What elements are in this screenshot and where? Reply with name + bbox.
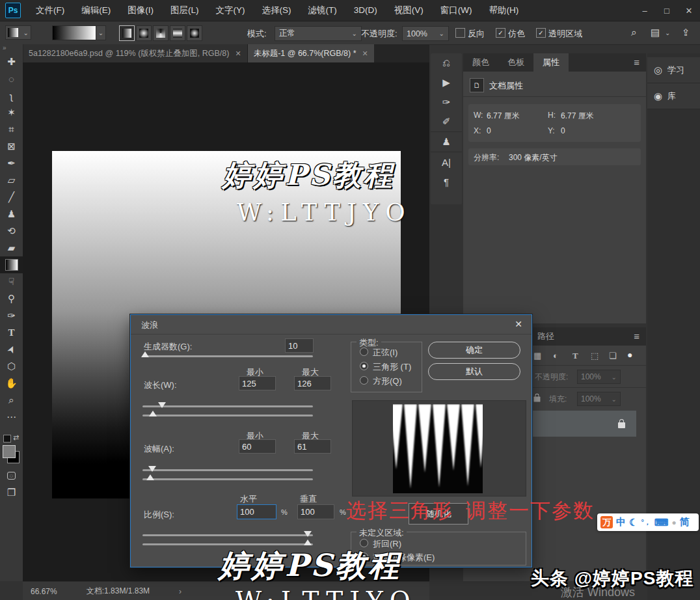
y-value[interactable]: 0: [561, 126, 565, 135]
tab-color[interactable]: 颜色: [463, 53, 498, 72]
dodge-tool[interactable]: ⚲: [0, 290, 23, 307]
opacity-select[interactable]: 100% ⌄: [402, 26, 449, 41]
hand-tool[interactable]: ✋: [0, 375, 23, 392]
amplitude-min-thumb[interactable]: [148, 466, 156, 472]
menu-select[interactable]: 选择(S): [254, 0, 300, 21]
smudge-tool[interactable]: ☟: [0, 273, 23, 290]
filter-pin-icon[interactable]: ●: [627, 349, 632, 360]
repeat-edge-radio[interactable]: [360, 552, 368, 561]
wavelength-max-input[interactable]: [294, 376, 331, 390]
clone-stamp-tool[interactable]: ♟: [0, 206, 23, 223]
radial-gradient-button[interactable]: [136, 25, 152, 41]
filter-adjustment-icon[interactable]: ◐: [553, 351, 558, 361]
brush-settings-panel-icon[interactable]: ✑: [431, 92, 462, 112]
tab-close-icon[interactable]: ✕: [362, 49, 368, 58]
path-select-tool[interactable]: ➤: [0, 341, 23, 358]
lock-icon[interactable]: [533, 393, 541, 405]
healing-brush-tool[interactable]: ▱: [0, 172, 23, 189]
paragraph-panel-icon[interactable]: ¶: [431, 172, 462, 191]
amplitude-max-input[interactable]: [294, 439, 331, 454]
character-panel-icon[interactable]: A|: [431, 152, 462, 172]
tab-swatches[interactable]: 色板: [498, 53, 533, 72]
reverse-checkbox[interactable]: [455, 28, 465, 38]
actions-panel-icon[interactable]: ▶: [431, 73, 462, 92]
brush-tool[interactable]: ╱: [0, 189, 23, 206]
amplitude-max-slider[interactable]: [142, 478, 313, 480]
swap-colors-icon[interactable]: ⇄: [13, 433, 19, 442]
lasso-tool[interactable]: ʅ: [0, 87, 23, 104]
ime-wan-icon[interactable]: 万: [600, 516, 613, 528]
foreground-color-swatch[interactable]: [3, 445, 16, 458]
tab-paths[interactable]: 路径: [528, 327, 563, 346]
ime-user-icon[interactable]: ●: [672, 518, 677, 527]
wavelength-min-thumb[interactable]: [158, 402, 166, 408]
dialog-close-icon[interactable]: ✕: [515, 319, 522, 329]
zoom-tool[interactable]: ⌕: [0, 392, 23, 409]
type-sine-radio[interactable]: [360, 348, 368, 356]
zoom-level[interactable]: 66.67%: [31, 587, 57, 596]
pen-tool[interactable]: ✑: [0, 307, 23, 324]
type-triangle-radio[interactable]: [360, 362, 368, 370]
width-value[interactable]: 6.77 厘米: [487, 111, 520, 122]
angle-gradient-button[interactable]: [153, 25, 168, 41]
height-value[interactable]: 6.77 厘米: [561, 111, 594, 122]
wavelength-min-slider[interactable]: [142, 405, 313, 407]
ok-button[interactable]: 确定: [428, 342, 520, 359]
generators-slider-thumb[interactable]: [141, 351, 149, 357]
menu-layer[interactable]: 图层(L): [162, 0, 208, 21]
diamond-gradient-button[interactable]: [187, 25, 202, 41]
libraries-panel-button[interactable]: ◉ 库: [647, 83, 700, 109]
ime-moon-icon[interactable]: ☾: [629, 517, 638, 528]
x-value[interactable]: 0: [487, 126, 491, 135]
marquee-tool[interactable]: ◌: [0, 70, 23, 87]
eraser-tool[interactable]: ▰: [0, 239, 23, 256]
fill-select[interactable]: 100% ⌄: [577, 392, 621, 406]
workspace-switcher-icon[interactable]: ▤: [651, 27, 660, 38]
shape-tool[interactable]: ⬡: [0, 358, 23, 375]
ime-keyboard-icon[interactable]: ⌨: [654, 517, 669, 528]
menu-file[interactable]: 文件(F): [27, 0, 73, 21]
type-square-radio[interactable]: [360, 376, 368, 385]
menu-window[interactable]: 窗口(W): [432, 0, 481, 21]
transparency-checkbox[interactable]: ✓: [536, 28, 546, 38]
filter-layer-icon[interactable]: ▦: [533, 351, 541, 361]
chevron-down-icon[interactable]: ⌄: [665, 29, 670, 36]
ime-punctuation-icon[interactable]: °，: [641, 517, 651, 527]
scale-horizontal-input[interactable]: [237, 504, 276, 519]
maximize-button[interactable]: □: [656, 2, 678, 19]
filter-shape-icon[interactable]: ⬚: [591, 351, 599, 361]
minimize-button[interactable]: –: [634, 2, 656, 19]
clone-source-panel-icon[interactable]: ♟: [431, 132, 462, 152]
brushes-panel-icon[interactable]: ✐: [431, 112, 462, 132]
menu-view[interactable]: 视图(V): [386, 0, 432, 21]
search-icon[interactable]: ⌕: [631, 27, 637, 38]
scale-vertical-slider[interactable]: [142, 543, 313, 545]
filter-type-icon[interactable]: T: [572, 351, 578, 361]
gradient-picker-chevron[interactable]: ⌄: [96, 25, 106, 40]
scale-horizontal-slider[interactable]: [142, 534, 313, 536]
quick-mask-button[interactable]: ◌: [0, 467, 23, 484]
scale-horizontal-thumb[interactable]: [304, 531, 312, 537]
dither-checkbox[interactable]: ✓: [496, 28, 505, 38]
menu-image[interactable]: 图像(I): [119, 0, 162, 21]
learn-panel-button[interactable]: ◎ 学习: [647, 57, 700, 83]
scale-vertical-input[interactable]: [297, 504, 334, 519]
wavelength-max-slider[interactable]: [142, 415, 313, 416]
tool-preset-picker[interactable]: ⌄: [5, 25, 31, 40]
frame-tool[interactable]: ⊠: [0, 138, 23, 155]
crop-tool[interactable]: ⌗: [0, 121, 23, 138]
tab-document-1[interactable]: 5a1282180e6a9.psd @ 119% (版权禁止叠加图, RGB/8…: [23, 44, 248, 62]
reflected-gradient-button[interactable]: [170, 25, 185, 41]
menu-edit[interactable]: 编辑(E): [73, 0, 119, 21]
magic-wand-tool[interactable]: ✶: [0, 104, 23, 121]
wavelength-min-input[interactable]: [239, 376, 276, 390]
generators-slider[interactable]: [142, 355, 313, 357]
history-brush-tool[interactable]: ⟲: [0, 223, 23, 239]
amplitude-min-input[interactable]: [239, 439, 276, 454]
default-button[interactable]: 默认: [428, 363, 520, 380]
default-colors-icon[interactable]: [3, 435, 11, 443]
layers-opacity-select[interactable]: 100% ⌄: [577, 370, 621, 384]
panel-menu-icon[interactable]: ≡: [634, 327, 646, 346]
eyedropper-tool[interactable]: ✒: [0, 155, 23, 172]
menu-3d[interactable]: 3D(D): [345, 0, 386, 21]
